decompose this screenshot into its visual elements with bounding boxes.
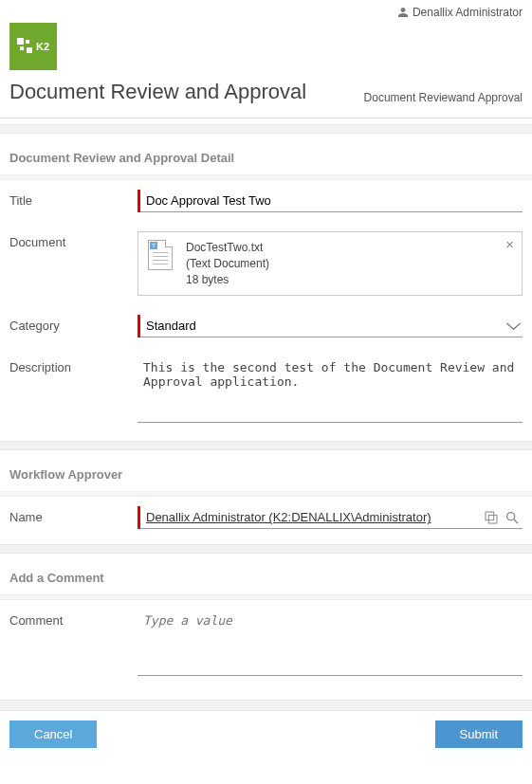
svg-rect-1 (488, 515, 497, 523)
name-value: Denallix Administrator (K2:DENALLIX\Admi… (140, 506, 481, 528)
app-logo: K2 (9, 23, 57, 70)
document-label: Document (9, 231, 138, 249)
submit-button[interactable]: Submit (435, 720, 523, 748)
field-category: Category (0, 305, 532, 347)
title-input[interactable] (140, 190, 523, 212)
resolve-name-button[interactable] (481, 507, 502, 528)
remove-document-button[interactable]: × (505, 236, 514, 252)
chevron-down-icon (504, 319, 523, 333)
section-header-approver: Workflow Approver (0, 450, 532, 491)
user-area: Denallix Administrator (0, 0, 532, 23)
section-header-comment: Add a Comment (0, 554, 532, 594)
name-label: Name (9, 506, 138, 524)
field-name: Name Denallix Administrator (K2:DENALLIX… (0, 497, 532, 538)
document-filename: DocTestTwo.txt (186, 240, 269, 256)
title-label: Title (9, 190, 138, 208)
name-picker[interactable]: Denallix Administrator (K2:DENALLIX\Admi… (140, 506, 523, 529)
breadcrumb: Document Reviewand Approval (364, 91, 523, 104)
browse-name-button[interactable] (502, 507, 523, 528)
search-icon (504, 510, 520, 525)
user-icon (397, 7, 409, 18)
document-filesize: 18 bytes (186, 272, 269, 288)
page-title: Document Review and Approval (9, 80, 306, 104)
category-input[interactable] (140, 315, 504, 337)
logo-text: K2 (36, 41, 49, 52)
section-header-detail: Document Review and Approval Detail (0, 134, 532, 174)
resolve-icon (484, 510, 499, 525)
document-info: DocTestTwo.txt (Text Document) 18 bytes (186, 240, 269, 287)
divider-band (0, 124, 532, 134)
divider-band (0, 441, 532, 450)
svg-rect-0 (486, 512, 494, 520)
button-bar: Cancel Submit (0, 711, 532, 757)
document-attachment[interactable]: T DocTestTwo.txt (Text Document) 18 byte… (138, 231, 523, 296)
footer-divider (0, 700, 532, 711)
description-textarea[interactable]: This is the second test of the Document … (138, 356, 523, 423)
svg-point-2 (507, 513, 515, 520)
description-label: Description (9, 356, 138, 374)
field-document: Document T DocTestTwo.txt (Text Document… (0, 222, 532, 305)
divider-band (0, 544, 532, 554)
field-title: Title (0, 180, 532, 222)
field-comment: Comment (0, 600, 532, 688)
field-description: Description This is the second test of t… (0, 347, 532, 435)
user-name: Denallix Administrator (413, 6, 523, 19)
document-filetype: (Text Document) (186, 256, 269, 272)
cancel-button[interactable]: Cancel (9, 720, 97, 748)
page-titlebar: Document Review and Approval Document Re… (0, 70, 532, 119)
comment-label: Comment (9, 610, 138, 628)
category-label: Category (9, 315, 138, 333)
svg-line-3 (514, 520, 518, 523)
category-select[interactable] (140, 315, 523, 337)
comment-textarea[interactable] (138, 610, 523, 676)
file-icon: T (148, 240, 173, 270)
logo-squares-icon (17, 38, 34, 55)
